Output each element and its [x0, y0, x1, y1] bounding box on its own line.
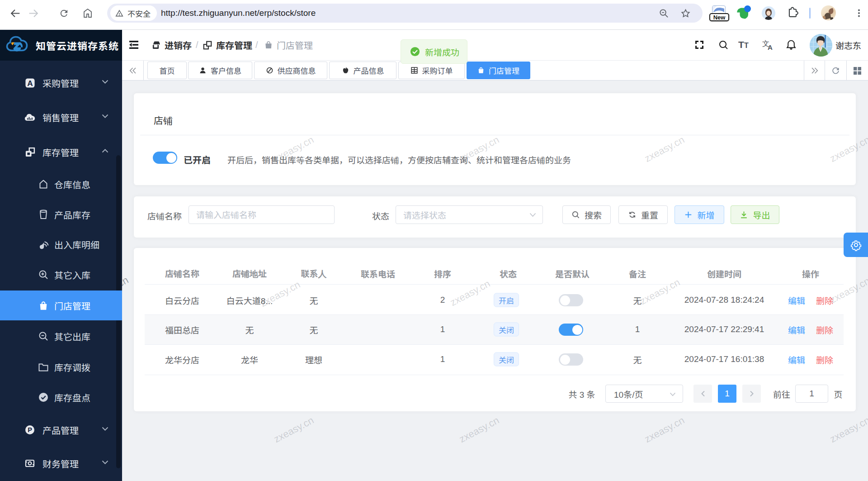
svg-text:T: T: [738, 39, 744, 50]
svg-text:A: A: [768, 43, 773, 51]
svg-text:P: P: [28, 426, 32, 433]
svg-text:T: T: [744, 42, 749, 49]
svg-text:A: A: [27, 78, 33, 87]
